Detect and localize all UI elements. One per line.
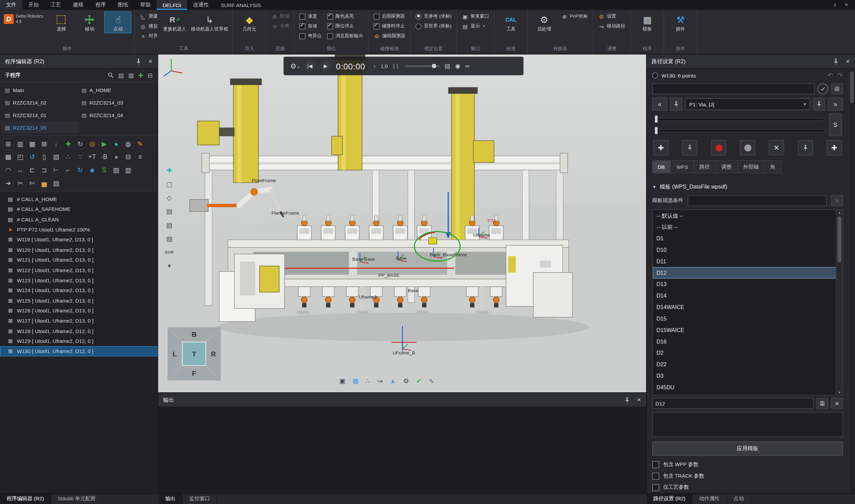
limit-checkbox[interactable]: 限位停止 (325, 21, 366, 31)
postprocess-button[interactable]: ⚙ 后处理 (531, 12, 558, 33)
program-tool-icon[interactable]: ⌐ (63, 164, 73, 175)
display-button[interactable]: ▤显示▾ (460, 21, 491, 31)
list-scrollbar[interactable]: ▲ ▼ (836, 210, 842, 395)
template-list-item[interactable]: -- 默认值 -- (653, 210, 842, 221)
program-tool-icon[interactable]: ∴ (63, 151, 73, 162)
statement-row[interactable]: ⊠ W130 [ Utool1, Uframe2, D12, 0 ] (0, 346, 158, 356)
scroll-up-icon[interactable]: ▲ (838, 210, 841, 215)
view-cube-top-face[interactable]: T (182, 342, 206, 365)
template-list-item[interactable]: D14 (653, 290, 842, 302)
limit-checkbox[interactable]: 奇异点 (297, 31, 324, 41)
statement-row[interactable]: ⊠ W128 [ Utool1, Uframe2, D12, 0 ] (0, 326, 158, 336)
template-name-input[interactable] (652, 398, 814, 409)
menu-item[interactable]: 图纸 (112, 0, 134, 10)
viewport-tool-icon[interactable]: ↝ (377, 377, 382, 385)
move-robot-world-frame-button[interactable]: ↳ 移动机器人世界框 (190, 12, 230, 33)
search-icon[interactable] (107, 72, 114, 78)
record-video-icon[interactable]: ◉ (455, 62, 460, 69)
next-point-button[interactable]: » (827, 97, 843, 111)
statusbar-tab[interactable]: 点动 (727, 494, 751, 504)
template-list-item[interactable]: D11 (653, 255, 842, 267)
template-option-checkbox[interactable]: 包含 TRACK 参数 (652, 470, 843, 482)
edit-detector-button[interactable]: ⚙编辑探测器 (372, 31, 408, 41)
3d-scene[interactable] (158, 54, 646, 392)
scroll-down-icon[interactable]: ▼ (838, 390, 841, 395)
view-cube[interactable]: B L T R F (167, 327, 221, 380)
copy-program-icon[interactable]: ⊟ (148, 72, 153, 79)
program-tool-icon[interactable]: ◠ (3, 164, 14, 175)
snap-button[interactable]: ◎捕捉 (138, 21, 160, 31)
menu-item[interactable]: 开始 (22, 0, 45, 10)
program-tool-icon[interactable]: ▩ (3, 151, 14, 162)
slider-knob[interactable] (432, 64, 437, 68)
statusbar-tab[interactable]: 路径设置 (R2) (647, 494, 693, 504)
program-tool-icon[interactable]: ▦ (27, 139, 38, 149)
viewport-tool-icon[interactable]: ▤ (164, 207, 174, 215)
viewport-tool-icon[interactable]: ▤ (164, 221, 174, 229)
grid-view-icon[interactable] (831, 83, 843, 94)
program-tool-icon[interactable]: ➔ (3, 178, 14, 188)
template-list-item[interactable]: D10 (653, 244, 842, 255)
geometry-button[interactable]: ◆ 几何元 (236, 12, 263, 33)
template-list-item[interactable]: D16 (653, 336, 842, 347)
viewport-tool-icon[interactable]: ∴ (366, 377, 370, 385)
close-icon[interactable]: ✕ (637, 397, 641, 403)
program-tool-icon[interactable]: ▤ (51, 151, 61, 162)
menu-item[interactable]: 连通性 (187, 0, 215, 10)
template-list-item[interactable]: D5 (653, 393, 842, 396)
template-list-item[interactable]: D13 (653, 278, 842, 290)
program-tool-icon[interactable]: ⊟ (123, 151, 133, 162)
statement-row[interactable]: ⊠ W119 [ Utool1, Uframe2, D13, 0 ] (0, 235, 158, 245)
undo-icon[interactable]: ↶ (827, 71, 833, 79)
viewport-tool-icon[interactable]: ▾ (164, 262, 174, 270)
viewport-tool-icon[interactable]: ▦ (353, 377, 359, 385)
settings-button[interactable]: ⚙设置 (596, 12, 627, 21)
3d-viewport[interactable]: PointFrameFlangeFrameBase BaseBaseBase_B… (158, 54, 646, 392)
attach-button[interactable]: ⊕附加 (269, 12, 291, 21)
program-tool-icon[interactable]: ◎ (87, 139, 97, 149)
limit-checkbox[interactable]: 加速 (297, 21, 324, 31)
pin-icon[interactable] (624, 397, 630, 403)
viewport-tool-icon[interactable]: ∿ (429, 377, 434, 385)
statement-row[interactable]: ▤ # CALL A_CLEAN (0, 214, 158, 224)
program-tool-icon[interactable]: ↓ (51, 139, 61, 149)
template-list-item[interactable]: D14WAICE (653, 302, 842, 313)
template-list-item[interactable]: D15WAICE (653, 324, 842, 336)
program-tool-icon[interactable]: S (99, 164, 109, 175)
vr-view-icon[interactable]: ∞ (465, 62, 470, 69)
snapshot-icon[interactable]: ▤ (445, 62, 450, 69)
path-settings-tab[interactable]: DB (652, 160, 671, 173)
program-tool-icon[interactable]: ↺ (27, 151, 38, 162)
inactive-point-button[interactable] (740, 140, 755, 155)
template-list-item[interactable]: D22 (653, 359, 842, 370)
program-tool-icon[interactable]: ↔ (15, 164, 25, 175)
swap-robot-button[interactable]: R↺ 更换机器人 (161, 12, 189, 33)
lock-position-radio[interactable]: 至参考 (坐标) (413, 12, 453, 21)
limit-checkbox[interactable]: 速度 (297, 12, 324, 21)
statement-row[interactable]: ⊠ W123 [ Utool1, Uframe2, D13, 0 ] (0, 275, 158, 285)
menu-item[interactable]: 文件 (0, 0, 22, 10)
close-icon[interactable]: ✕ (148, 58, 153, 64)
viewport-tool-icon[interactable]: ▢ (164, 180, 174, 188)
point-selector-dropdown[interactable]: P1: Via, [J] ▾ (685, 98, 810, 110)
collapse-ribbon-icon[interactable]: ∧ (833, 2, 837, 7)
program-tool-icon[interactable]: ⊞ (3, 139, 14, 149)
apply-template-button[interactable]: 应用模板 (652, 442, 843, 455)
lock-position-radio[interactable]: 至世界 (坐标) (413, 21, 453, 31)
template-button[interactable]: ▦ 模板 (634, 12, 661, 33)
program-tool-icon[interactable]: ≡ (135, 151, 146, 162)
statusbar-tab[interactable]: 输出 (159, 494, 183, 504)
point-search-input[interactable] (652, 83, 815, 94)
subprogram-item[interactable]: ▤ R2ZC3214_04 (79, 109, 156, 121)
program-tool-icon[interactable]: ⊐ (39, 164, 50, 175)
path-settings-tab[interactable]: 外部轴 (738, 160, 765, 173)
statement-row[interactable]: ⊠ W129 [ Utool1, Uframe2, D12, 0 ] (0, 336, 158, 346)
program-tool-icon[interactable]: ✂ (15, 178, 25, 188)
template-list-item[interactable]: D12 (653, 267, 842, 278)
s-button[interactable]: S (829, 113, 842, 137)
subprogram-item[interactable]: ▤ Main (2, 84, 78, 96)
probe-icon[interactable] (670, 97, 682, 111)
path-settings-tab[interactable]: 角 (765, 160, 781, 173)
scrollbar-thumb[interactable] (837, 216, 841, 262)
delete-template-icon[interactable]: ✕ (831, 398, 843, 409)
